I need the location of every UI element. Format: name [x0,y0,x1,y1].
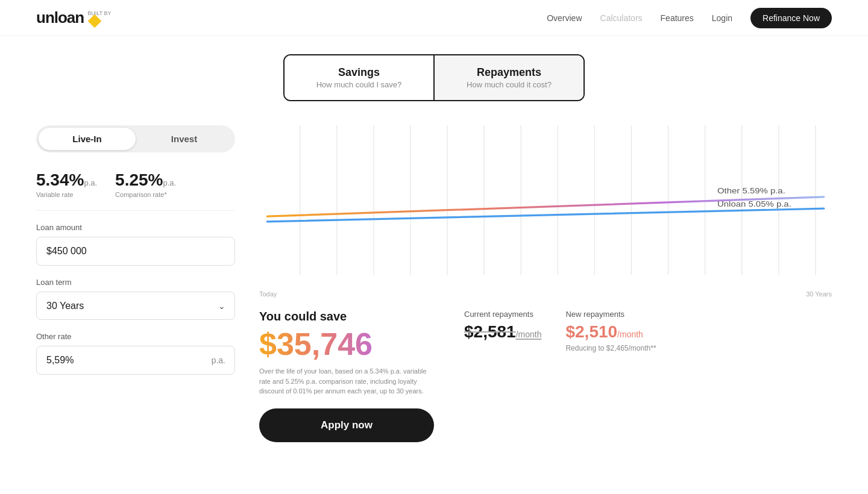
savings-left: You could save $35,746 Over the life of … [259,310,440,442]
property-type-toggle: Live-In Invest [36,125,235,152]
logo-built-by: BUILT BY [87,10,111,16]
left-panel: Live-In Invest 5.34%p.a. Variable rate 5… [36,125,235,442]
current-repayment: Current repayments $2,581/month [464,310,541,342]
loan-term-select-wrapper: 5 Years 10 Years 15 Years 20 Years 25 Ye… [36,292,235,320]
chart-x-labels: Today 30 Years [259,290,832,298]
main-content: Live-In Invest 5.34%p.a. Variable rate 5… [0,113,868,466]
variable-rate: 5.34%p.a. Variable rate [36,170,97,198]
nav-links: Overview Calculators Features Login Refi… [547,8,832,28]
nav-login[interactable]: Login [712,13,732,23]
savings-section: You could save $35,746 Over the life of … [259,310,832,442]
current-repayment-amount: $2,581/month [464,322,541,342]
savings-amount: $35,746 [259,327,440,361]
loan-amount-group: Loan amount [36,223,235,266]
nav-overview[interactable]: Overview [547,13,582,23]
loan-amount-label: Loan amount [36,223,235,232]
savings-chart: Other 5.59% p.a. Unloan 5.05% p.a. [259,125,832,288]
new-repayment-label: New repayments [565,310,656,319]
new-repayment-amount: $2,510/month [565,322,656,342]
nav-features[interactable]: Features [661,13,694,23]
chart-x-start: Today [259,290,277,298]
variable-rate-value: 5.34%p.a. [36,170,97,190]
diamond-icon [88,14,102,28]
svg-text:Unloan 5.05% p.a.: Unloan 5.05% p.a. [717,200,791,208]
loan-term-label: Loan term [36,278,235,287]
calculator-tabs: Savings How much could I save? Repayment… [0,36,868,113]
loan-term-group: Loan term 5 Years 10 Years 15 Years 20 Y… [36,278,235,320]
rates-display: 5.34%p.a. Variable rate 5.25%p.a. Compar… [36,170,235,211]
refinance-now-button[interactable]: Refinance Now [750,8,832,28]
current-repayment-label: Current repayments [464,310,541,319]
right-panel: Other 5.59% p.a. Unloan 5.05% p.a. Today… [259,125,832,442]
logo-text: unloan [36,8,84,27]
other-rate-input[interactable] [36,346,235,375]
tab-repayments-subtitle: How much could it cost? [447,80,571,89]
variable-rate-label: Variable rate [36,191,97,198]
logo: unloan BUILT BY [36,8,111,27]
chart-x-end: 30 Years [806,290,832,298]
tabs-wrapper: Savings How much could I save? Repayment… [283,54,585,101]
other-rate-group: Other rate p.a. [36,332,235,375]
svg-line-16 [268,208,824,222]
other-rate-label: Other rate [36,332,235,341]
nav-calculators[interactable]: Calculators [600,13,643,23]
comparison-rate: 5.25%p.a. Comparison rate* [115,170,176,198]
tab-repayments-title: Repayments [447,66,571,79]
loan-amount-input[interactable] [36,237,235,266]
live-in-toggle[interactable]: Live-In [39,128,136,150]
tab-savings-title: Savings [297,66,421,79]
repayment-reducing-text: Reducing to $2,465/month** [565,344,656,352]
chart-svg: Other 5.59% p.a. Unloan 5.05% p.a. [259,125,832,288]
loan-term-select[interactable]: 5 Years 10 Years 15 Years 20 Years 25 Ye… [36,292,235,320]
savings-description: Over the life of your loan, based on a 5… [259,366,428,396]
invest-toggle[interactable]: Invest [136,128,233,150]
other-rate-suffix: p.a. [212,355,225,365]
savings-title: You could save [259,310,440,324]
repayments-comparison: Current repayments $2,581/month New repa… [464,310,656,352]
new-repayment: New repayments $2,510/month Reducing to … [565,310,656,352]
navigation: unloan BUILT BY Overview Calculators Fea… [0,0,868,36]
apply-now-button[interactable]: Apply now [259,408,434,442]
comparison-rate-label: Comparison rate* [115,191,176,198]
tab-repayments[interactable]: Repayments How much could it cost? [435,55,583,100]
tab-savings[interactable]: Savings How much could I save? [285,55,433,100]
svg-text:Other 5.59% p.a.: Other 5.59% p.a. [717,187,785,195]
tab-savings-subtitle: How much could I save? [297,80,421,89]
other-rate-input-wrapper: p.a. [36,346,235,375]
comparison-rate-value: 5.25%p.a. [115,170,176,190]
